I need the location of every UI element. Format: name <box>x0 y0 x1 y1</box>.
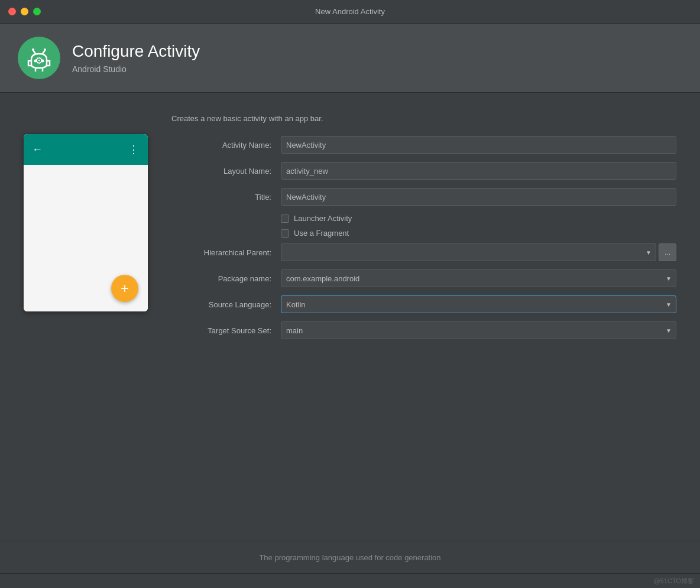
hierarchical-parent-row: Hierarchical Parent: ▼ ... <box>171 243 676 261</box>
package-name-wrapper: com.example.android ▼ <box>281 269 676 287</box>
source-language-select[interactable]: Kotlin Java <box>281 295 676 313</box>
activity-name-label: Activity Name: <box>171 141 281 150</box>
close-button[interactable] <box>8 8 16 15</box>
layout-name-row: Layout Name: <box>171 162 676 180</box>
logo-icon: ⚙ <box>24 43 54 73</box>
activity-name-input[interactable] <box>281 136 676 154</box>
window-title: New Android Activity <box>315 7 385 16</box>
phone-body: + <box>24 165 148 311</box>
layout-name-input[interactable] <box>281 162 676 180</box>
phone-screen: ← ⋮ + <box>24 134 148 311</box>
watermark: @51CTO博客 <box>654 577 694 586</box>
bottom-note-text: The programming language used for code g… <box>259 553 440 562</box>
package-name-select[interactable]: com.example.android <box>281 269 676 287</box>
page-title: Configure Activity <box>72 42 200 61</box>
launcher-activity-row: Launcher Activity <box>171 214 676 223</box>
source-language-wrapper: Kotlin Java ▼ <box>281 295 676 313</box>
back-arrow-icon: ← <box>32 144 43 156</box>
use-fragment-row: Use a Fragment <box>171 229 676 238</box>
source-language-label: Source Language: <box>171 300 281 309</box>
target-source-set-row: Target Source Set: main ▼ <box>171 321 676 339</box>
traffic-lights <box>8 8 41 15</box>
android-studio-logo: ⚙ <box>18 37 60 79</box>
hierarchical-browse-button[interactable]: ... <box>659 243 676 261</box>
bottom-note: The programming language used for code g… <box>0 541 700 573</box>
hierarchical-parent-select[interactable] <box>281 243 656 261</box>
target-source-set-wrapper: main ▼ <box>281 321 676 339</box>
hierarchical-parent-label: Hierarchical Parent: <box>171 248 281 257</box>
title-input[interactable] <box>281 188 676 206</box>
package-name-row: Package name: com.example.android ▼ <box>171 269 676 287</box>
svg-point-6 <box>44 48 46 51</box>
maximize-button[interactable] <box>33 8 41 15</box>
title-bar: New Android Activity <box>0 0 700 24</box>
launcher-activity-checkbox[interactable] <box>281 215 289 223</box>
use-fragment-label: Use a Fragment <box>294 229 349 238</box>
svg-text:⚙: ⚙ <box>35 56 43 66</box>
hierarchical-wrapper: ▼ ... <box>281 243 676 261</box>
target-source-set-select[interactable]: main <box>281 321 676 339</box>
hierarchical-select-wrap: ▼ <box>281 243 656 261</box>
main-content: ← ⋮ + Creates a new basic activity with … <box>0 93 700 541</box>
launcher-activity-label: Launcher Activity <box>294 214 352 223</box>
title-label: Title: <box>171 193 281 202</box>
fab-button: + <box>111 275 138 302</box>
app-subtitle: Android Studio <box>72 64 200 74</box>
svg-point-5 <box>32 48 34 51</box>
menu-dots-icon: ⋮ <box>128 143 140 156</box>
footer: Cancel Previous Next Finish <box>0 573 700 588</box>
package-name-label: Package name: <box>171 274 281 283</box>
activity-name-row: Activity Name: <box>171 136 676 154</box>
title-row: Title: <box>171 188 676 206</box>
header-text: Configure Activity Android Studio <box>72 42 200 74</box>
target-source-set-label: Target Source Set: <box>171 326 281 335</box>
form-area: Creates a new basic activity with an app… <box>171 111 676 523</box>
use-fragment-checkbox[interactable] <box>281 229 289 238</box>
source-language-row: Source Language: Kotlin Java ▼ <box>171 295 676 313</box>
layout-name-label: Layout Name: <box>171 167 281 176</box>
minimize-button[interactable] <box>21 8 28 15</box>
header: ⚙ Configure Activity Android Studio <box>0 24 700 93</box>
description-text: Creates a new basic activity with an app… <box>171 114 676 123</box>
phone-mockup: ← ⋮ + <box>24 134 148 523</box>
phone-toolbar: ← ⋮ <box>24 134 148 165</box>
